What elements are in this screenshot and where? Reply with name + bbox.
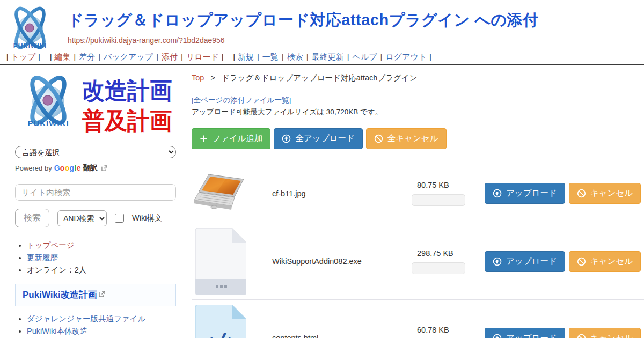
separator: | [181,52,183,61]
nav-edit[interactable]: 編集 [54,52,70,61]
ban-icon [577,257,586,266]
file-size: 298.75 KB [412,249,475,258]
upload-progress-bar [412,262,465,274]
bracket: ] [221,52,223,61]
list-item: 更新履歴 [27,252,185,264]
separator: | [306,52,309,61]
nav-recent[interactable]: 最終更新 [312,52,344,61]
sidebar-item-update-history[interactable]: 更新履歴 [27,253,58,262]
upload-circle-icon [282,134,291,143]
pukiwiki-kaizo-box: PukiWiki改造計画 [15,284,176,306]
page-title: ドラッグ＆ドロップアップロード対応attachプラグイン への添付 [68,10,539,31]
breadcrumb-separator: > [210,74,215,82]
add-file-label: ファイル追加 [212,133,262,144]
breadcrumb: Top > ドラッグ＆ドロップアップロード対応attachプラグイン [192,73,644,83]
page-header: PUKIWIKI ドラッグ＆ドロップアップロード対応attachプラグイン への… [0,0,644,49]
sidebar-item-core-mod[interactable]: PukiWiki本体改造 [27,327,88,335]
main-content: Top > ドラッグ＆ドロップアップロード対応attachプラグイン [全ページ… [185,65,644,338]
ban-icon [577,189,586,198]
sidebar-plugin-links: ダジャレンジャー版共通ファイル PukiWiki本体改造 PukiWikiテキス… [15,313,185,338]
sidebar-item-common-files[interactable]: ダジャレンジャー版共通ファイル [27,314,145,323]
google-logo: Google [54,164,81,172]
nav-diff[interactable]: 差分 [79,52,95,61]
online-count: オンライン：2人 [27,266,86,274]
bracket: ] [429,52,431,61]
file-size: 60.78 KB [412,326,475,334]
file-row: </> contents.html 60.78 KB アップロード [192,299,644,338]
nav-search[interactable]: 検索 [287,52,303,61]
upload-progress-bar [412,194,465,206]
list-item: ダジャレンジャー版共通ファイル [27,313,185,325]
bracket: [ [233,52,236,61]
language-select[interactable]: 言語を選択 [15,146,176,158]
ban-icon [577,334,586,338]
cancel-button[interactable]: キャンセル [569,183,641,204]
wiki-syntax-checkbox[interactable] [115,214,124,223]
file-row: cf-b11.jpg 80.75 KB アップロード [192,164,644,223]
ban-icon [374,134,383,143]
nav-list[interactable]: 一覧 [262,52,279,61]
separator: | [282,52,284,61]
all-pages-attach-list-link[interactable]: [全ページの添付ファイル一覧] [192,96,291,104]
cancel-button[interactable]: キャンセル [569,251,641,272]
upload-button[interactable]: アップロード [485,251,565,272]
cancel-button[interactable]: キャンセル [569,328,641,338]
upload-circle-icon [493,189,502,198]
pukiwiki-atom-logo[interactable]: PUKIWIKI [5,3,55,53]
nav-new[interactable]: 新規 [238,52,254,61]
file-name: contents.html [272,334,412,338]
sidebar-quick-links: トップページ 更新履歴 オンライン：2人 [15,240,185,276]
nav-reload[interactable]: リロード [186,52,219,61]
nav-logout[interactable]: ログアウト [386,52,427,61]
breadcrumb-home[interactable]: Top [192,74,204,82]
code-glyph: </> [199,329,241,338]
list-item: オンライン：2人 [27,264,185,276]
wiki-syntax-label: Wiki構文 [132,213,162,223]
upload-label: アップロード [506,188,557,199]
cancel-label: キャンセル [590,333,633,338]
external-link-icon [99,291,105,297]
site-search-input[interactable] [15,184,176,201]
translate-link[interactable]: 翻訳 [83,163,98,173]
code-file-icon: </> [195,305,246,338]
bracket: [ [6,52,9,61]
bracket: [ [50,52,52,61]
upload-button[interactable]: アップロード [485,328,565,338]
pukiwiki-kaizo-link[interactable]: PukiWiki改造計画 [23,290,97,300]
top-navbar: [ トップ ] [ 編集|差分|バックアップ|添付|リロード ] [ 新規|一覧… [0,49,644,64]
cancel-label: キャンセル [590,188,633,199]
sidebar-item-top-page[interactable]: トップページ [27,241,75,249]
max-upload-size-text: アップロード可能最大ファイルサイズは 30,720KB です。 [192,107,644,117]
separator: | [257,52,259,61]
banner-line2: 普及計画 [82,107,172,134]
file-name: WikiSupportAddin082.exe [272,257,412,266]
cancel-label: キャンセル [590,256,633,267]
bracket: ] [38,52,40,61]
add-file-button[interactable]: ファイル追加 [192,128,270,149]
upload-button[interactable]: アップロード [485,183,565,204]
laptop-photo-thumbnail [194,173,247,215]
page-url: https://pukiwiki.dajya-ranger.com/?1bd2d… [68,36,539,45]
nav-backup[interactable]: バックアップ [104,52,153,61]
separator: | [98,52,100,61]
cancel-all-button[interactable]: 全キャンセル [366,128,447,149]
upload-circle-icon [493,257,502,266]
breadcrumb-current-page: ドラッグ＆ドロップアップロード対応attachプラグイン [222,74,418,82]
nav-attach[interactable]: 添付 [162,52,178,61]
list-item: トップページ [27,240,185,252]
powered-by-text: Powered by [15,164,52,172]
banner-line1: 改造計画 [82,77,172,104]
separator: | [74,52,76,61]
file-row: WikiSupportAddin082.exe 298.75 KB アップロード [192,223,644,299]
cancel-all-label: 全キャンセル [387,133,438,144]
search-mode-select[interactable]: AND検索 [57,210,107,226]
separator: | [380,52,383,61]
sidebar: PUKIWIKI 改造計画 普及計画 言語を選択 Powered by Goog… [0,65,185,338]
kaizo-fukyu-banner[interactable]: PUKIWIKI 改造計画 普及計画 [15,71,176,135]
search-button[interactable]: 検索 [15,209,49,227]
upload-circle-icon [493,334,502,338]
upload-all-button[interactable]: 全アップロード [274,128,362,149]
google-translate-credit: Powered by Google 翻訳 [15,163,185,173]
nav-help[interactable]: ヘルプ [353,52,377,61]
nav-top[interactable]: トップ [11,52,35,61]
